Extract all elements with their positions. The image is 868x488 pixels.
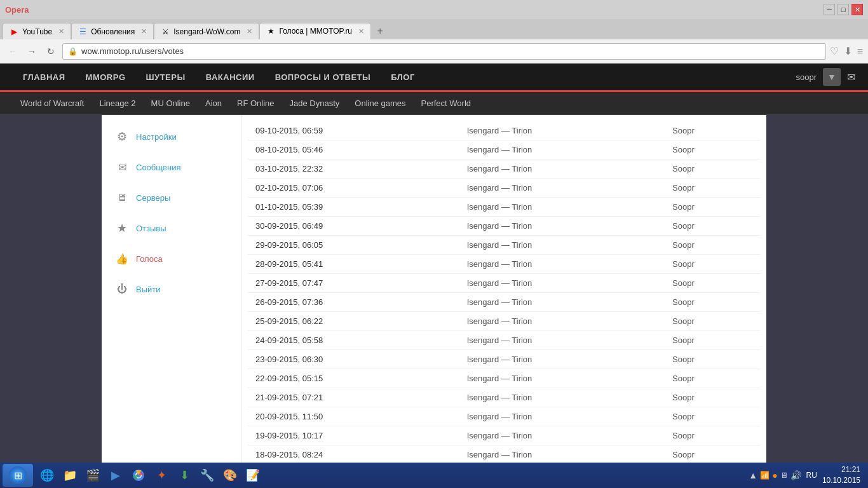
nav-avatar[interactable]: ▼ — [823, 68, 841, 86]
colorsync-taskbar-icon[interactable]: ✦ — [151, 465, 172, 485]
taskbar-sys-icons: ▲ 📶 ● 🖥 🔊 — [749, 470, 801, 480]
sidebar-reviews[interactable]: Отзывы — [102, 213, 241, 243]
sidebar-servers-label: Серверы — [136, 193, 170, 203]
subnav-aion[interactable]: Aion — [198, 92, 229, 115]
date-cell: 01-10-2015, 05:39 — [248, 198, 459, 217]
window-controls[interactable]: ─ □ ✕ — [824, 4, 863, 15]
subnav-lineage[interactable]: Lineage 2 — [92, 92, 143, 115]
user-cell: Soopr — [665, 198, 760, 217]
user-cell: Soopr — [665, 369, 760, 388]
opera-logo: Opera — [5, 5, 29, 15]
table-row: 03-10-2015, 22:32 Isengard — Tirion Soop… — [248, 159, 760, 179]
subnav-perfectworld[interactable]: Perfect World — [414, 92, 479, 115]
subnav-wow[interactable]: World of Warcraft — [13, 92, 92, 115]
user-cell: Soopr — [665, 159, 760, 179]
table-row: 02-10-2015, 07:06 Isengard — Tirion Soop… — [248, 179, 760, 198]
server-cell: Isengard — Tirion — [459, 198, 665, 217]
maximize-button[interactable]: □ — [837, 4, 849, 15]
nav-shooters[interactable]: ШУТЕРЫ — [136, 64, 196, 90]
volume-icon[interactable]: 🔊 — [790, 470, 801, 480]
table-row: 01-10-2015, 05:39 Isengard — Tirion Soop… — [248, 198, 760, 217]
gear-icon — [114, 129, 130, 144]
user-cell: Soopr — [665, 445, 760, 464]
user-cell: Soopr — [665, 331, 760, 350]
torrent-taskbar-icon[interactable]: 🔧 — [197, 465, 217, 485]
start-button[interactable]: ⊞ — [3, 464, 33, 487]
table-row: 22-09-2015, 05:15 Isengard — Tirion Soop… — [248, 369, 760, 388]
network-icon[interactable]: 📶 — [760, 471, 770, 480]
date-cell: 22-09-2015, 05:15 — [248, 369, 459, 388]
forward-button[interactable]: → — [24, 44, 39, 59]
script-taskbar-icon[interactable]: 📝 — [243, 465, 263, 485]
download-icon[interactable]: ⬇ — [844, 45, 852, 57]
table-row: 19-09-2015, 10:17 Isengard — Tirion Soop… — [248, 426, 760, 445]
lock-icon: 🔒 — [68, 47, 78, 56]
tab-votes[interactable]: ★ Голоса | MMOTOP.ru ✕ — [259, 23, 371, 39]
subnav-mu[interactable]: MU Online — [144, 92, 198, 115]
orange-icon[interactable]: ● — [772, 470, 777, 480]
nav-mmorpg[interactable]: MMORPG — [76, 64, 136, 90]
tab-updates-close[interactable]: ✕ — [141, 27, 147, 36]
player-taskbar-icon[interactable]: ▶ — [105, 465, 126, 485]
tab-youtube-label: YouTube — [22, 27, 52, 36]
subnav-jade[interactable]: Jade Dynasty — [282, 92, 348, 115]
paint-taskbar-icon[interactable]: 🎨 — [220, 465, 240, 485]
nav-vacancies[interactable]: ВАКАНСИИ — [196, 64, 265, 90]
tab-isengard-close[interactable]: ✕ — [247, 27, 252, 36]
sidebar-settings[interactable]: Настройки — [102, 121, 241, 152]
date-cell: 24-09-2015, 05:58 — [248, 331, 459, 350]
table-row: 21-09-2015, 07:21 Isengard — Tirion Soop… — [248, 388, 760, 407]
minimize-button[interactable]: ─ — [824, 4, 835, 15]
ubar-taskbar-icon[interactable]: ⬇ — [174, 465, 194, 485]
sidebar-servers[interactable]: Серверы — [102, 182, 241, 213]
back-button[interactable]: ← — [5, 44, 20, 59]
user-cell: Soopr — [665, 121, 760, 140]
new-tab-button[interactable]: + — [371, 23, 389, 39]
date-cell: 23-09-2015, 06:30 — [248, 350, 459, 369]
chrome-taskbar-icon[interactable] — [128, 465, 149, 485]
server-cell: Isengard — Tirion — [459, 255, 665, 274]
server-cell: Isengard — Tirion — [459, 217, 665, 236]
bookmark-icon[interactable]: ♡ — [830, 45, 839, 57]
sidebar-logout[interactable]: Выйти — [102, 274, 241, 304]
tab-isengard-label: Isengard-WoW.com — [173, 27, 240, 36]
subnav-online[interactable]: Online games — [347, 92, 413, 115]
tab-isengard[interactable]: ⚔ Isengard-WoW.com ✕ — [154, 23, 259, 39]
server-cell: Isengard — Tirion — [459, 445, 665, 464]
nav-blog[interactable]: БЛОГ — [381, 64, 425, 90]
close-button[interactable]: ✕ — [851, 4, 863, 15]
nav-mail-icon[interactable]: ✉ — [847, 71, 855, 83]
tab-updates[interactable]: ☰ Обновления ✕ — [71, 23, 154, 39]
browser-brand: Opera — [5, 5, 29, 15]
server-cell: Isengard — Tirion — [459, 236, 665, 255]
sidebar-votes[interactable]: Голоса — [102, 243, 241, 274]
subnav-rf[interactable]: RF Online — [229, 92, 282, 115]
date-cell: 26-09-2015, 07:36 — [248, 293, 459, 312]
explorer-taskbar-icon[interactable]: 📁 — [60, 465, 80, 485]
table-row: 09-10-2015, 06:59 Isengard — Tirion Soop… — [248, 121, 760, 140]
main-content: 09-10-2015, 06:59 Isengard — Tirion Soop… — [241, 115, 766, 488]
arrow-up-icon[interactable]: ▲ — [749, 470, 757, 480]
ie-taskbar-icon[interactable]: 🌐 — [37, 465, 57, 485]
nav-home[interactable]: ГЛАВНАЯ — [13, 64, 76, 90]
votes-icon — [114, 251, 130, 266]
tab-youtube-close[interactable]: ✕ — [58, 27, 64, 36]
table-row: 08-10-2015, 05:46 Isengard — Tirion Soop… — [248, 140, 760, 159]
nav-faq[interactable]: ВОПРОСЫ И ОТВЕТЫ — [265, 64, 381, 90]
menu-icon[interactable]: ≡ — [857, 46, 863, 57]
address-right: ♡ ⬇ ≡ — [830, 45, 863, 57]
sidebar-logout-label: Выйти — [136, 285, 161, 294]
sidebar-votes-label: Голоса — [136, 254, 163, 264]
sidebar-messages[interactable]: Сообщения — [102, 152, 241, 182]
date-cell: 21-09-2015, 07:21 — [248, 388, 459, 407]
tab-votes-close[interactable]: ✕ — [358, 27, 364, 36]
table-row: 28-09-2015, 05:41 Isengard — Tirion Soop… — [248, 255, 760, 274]
sidebar-reviews-label: Отзывы — [136, 224, 166, 233]
user-cell: Soopr — [665, 350, 760, 369]
media-taskbar-icon[interactable]: 🎬 — [83, 465, 103, 485]
refresh-button[interactable]: ↻ — [43, 44, 58, 59]
table-row: 23-09-2015, 06:30 Isengard — Tirion Soop… — [248, 350, 760, 369]
network2-icon[interactable]: 🖥 — [780, 471, 788, 480]
url-bar[interactable]: 🔒 wow.mmotop.ru/users/votes — [62, 43, 826, 60]
tab-youtube[interactable]: ▶ YouTube ✕ — [3, 23, 71, 39]
